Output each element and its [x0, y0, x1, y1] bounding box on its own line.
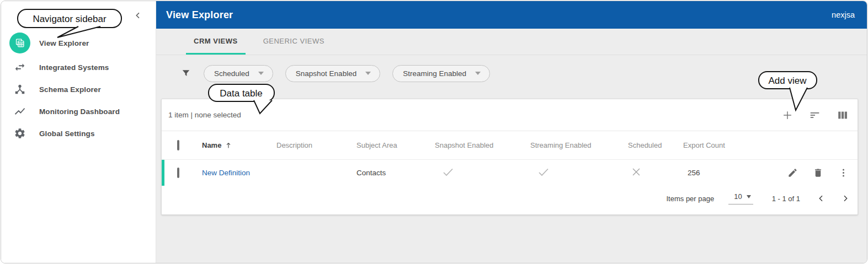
check-icon [537, 165, 550, 179]
previous-page-button[interactable] [817, 194, 826, 203]
page-range-label: 1 - 1 of 1 [772, 195, 800, 203]
row-snapshot-enabled [435, 165, 530, 180]
chevron-left-icon [134, 11, 142, 20]
columns-button[interactable] [837, 109, 849, 121]
check-icon [441, 165, 455, 179]
kebab-menu-icon [838, 168, 849, 178]
view-explorer-icon [9, 33, 30, 53]
items-per-page-label: Items per page [667, 195, 715, 203]
app-header: View Explorer nexjsa [156, 1, 867, 29]
product-name: nexjsa [832, 10, 855, 19]
table-header-row: Name Description Subject Area Snapshot E… [162, 131, 858, 159]
sidebar-item-schema-explorer[interactable]: Schema Explorer [1, 78, 156, 100]
sidebar-item-label: Integrated Systems [39, 63, 109, 72]
next-page-button[interactable] [841, 194, 850, 203]
chevron-left-icon [817, 194, 826, 203]
row-checkbox[interactable] [177, 168, 179, 178]
data-table-card: 1 item | none selected Name [161, 99, 858, 215]
page-size-select[interactable]: 10 [728, 192, 753, 204]
sidebar-item-label: Schema Explorer [39, 85, 101, 94]
main-content: View Explorer nexjsa CRM VIEWS GENERIC V… [156, 1, 867, 263]
chevron-down-icon [258, 72, 264, 75]
filter-chip-scheduled[interactable]: Scheduled [204, 65, 273, 82]
cross-icon [630, 166, 642, 178]
filter-chip-snapshot-enabled[interactable]: Snapshot Enabled [285, 65, 380, 82]
column-header-name[interactable]: Name [202, 141, 276, 149]
app-window: View Explorer Integrated Systems Schema … [1, 1, 867, 263]
sidebar-item-view-explorer[interactable]: View Explorer [1, 30, 156, 56]
line-chart-icon [14, 105, 26, 117]
navigator-sidebar: View Explorer Integrated Systems Schema … [1, 1, 156, 263]
row-name-link[interactable]: New Definition [202, 169, 250, 177]
page-title: View Explorer [166, 9, 233, 21]
tab-crm-views[interactable]: CRM VIEWS [186, 29, 246, 55]
swap-arrows-icon [14, 61, 26, 73]
sort-icon [809, 109, 821, 121]
chevron-right-icon [841, 194, 850, 203]
add-view-button[interactable] [781, 109, 794, 121]
column-header-subject-area[interactable]: Subject Area [356, 141, 435, 149]
sidebar-collapse-button[interactable] [134, 11, 142, 22]
chevron-down-icon [365, 72, 371, 75]
row-scheduled [628, 166, 683, 180]
edit-button[interactable] [787, 168, 798, 178]
sidebar-item-label: Monitoring Dashboard [39, 107, 120, 116]
sidebar-item-monitoring-dashboard[interactable]: Monitoring Dashboard [1, 100, 156, 122]
sort-ascending-icon [225, 142, 232, 149]
tab-bar: CRM VIEWS GENERIC VIEWS [156, 29, 867, 55]
pagination-bar: Items per page 10 1 - 1 of 1 [162, 186, 858, 211]
delete-button[interactable] [813, 168, 823, 178]
filter-icon[interactable] [180, 68, 191, 79]
column-header-description[interactable]: Description [276, 141, 356, 149]
chevron-down-icon [475, 72, 481, 75]
sidebar-item-global-settings[interactable]: Global Settings [1, 122, 156, 144]
more-options-button[interactable] [838, 168, 849, 178]
sidebar-item-label: Global Settings [39, 130, 95, 138]
selection-summary: 1 item | none selected [168, 111, 241, 119]
filter-chip-streaming-enabled[interactable]: Streaming Enabled [392, 65, 490, 82]
plus-icon [781, 109, 794, 121]
column-header-snapshot-enabled[interactable]: Snapshot Enabled [435, 141, 530, 149]
columns-icon [837, 109, 849, 121]
gear-icon [14, 127, 26, 139]
table-toolbar: 1 item | none selected [162, 99, 858, 131]
tab-generic-views[interactable]: GENERIC VIEWS [255, 29, 332, 55]
sort-button[interactable] [809, 109, 821, 121]
sidebar-item-label: View Explorer [39, 39, 89, 47]
select-all-checkbox[interactable] [177, 140, 179, 150]
table-row: New Definition Contacts 256 [162, 159, 858, 186]
schema-hub-icon [14, 83, 26, 95]
column-header-export-count[interactable]: Export Count [683, 141, 755, 149]
sidebar-nav-list: View Explorer Integrated Systems Schema … [1, 30, 156, 144]
column-header-scheduled[interactable]: Scheduled [628, 141, 683, 149]
row-streaming-enabled [530, 165, 628, 180]
sidebar-item-integrated-systems[interactable]: Integrated Systems [1, 56, 156, 78]
row-subject-area: Contacts [356, 169, 435, 177]
trash-icon [813, 168, 823, 178]
column-header-streaming-enabled[interactable]: Streaming Enabled [530, 141, 628, 149]
pencil-icon [787, 168, 798, 178]
filter-bar: Scheduled Snapshot Enabled Streaming Ena… [156, 55, 867, 91]
row-export-count: 256 [683, 169, 755, 177]
chevron-down-icon [747, 195, 751, 198]
